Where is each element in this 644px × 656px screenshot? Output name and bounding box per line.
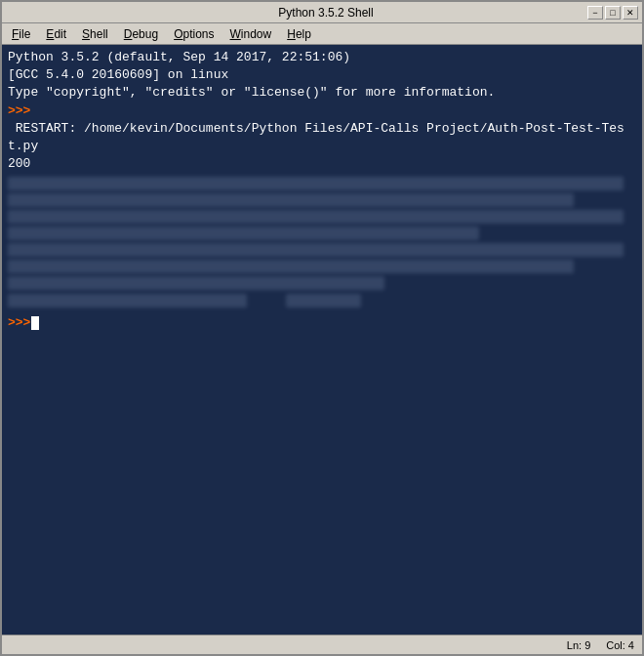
window-controls: − □ ✕ bbox=[587, 6, 638, 20]
prompt-symbol: >>> bbox=[8, 314, 30, 332]
blurred-row bbox=[8, 177, 624, 190]
menu-debug[interactable]: Debug bbox=[118, 25, 164, 43]
shell-line-2: [GCC 5.4.0 20160609] on linux bbox=[8, 66, 636, 84]
blurred-row bbox=[8, 210, 624, 224]
blurred-output bbox=[8, 177, 636, 310]
blurred-row bbox=[286, 294, 361, 308]
status-ln: Ln: 9 bbox=[567, 639, 590, 651]
blurred-row bbox=[8, 226, 479, 240]
menu-options[interactable]: Options bbox=[168, 25, 220, 43]
shell-line-4: >>> bbox=[8, 102, 636, 120]
status-col: Col: 4 bbox=[606, 639, 634, 651]
menu-window[interactable]: Window bbox=[224, 25, 278, 43]
active-prompt-line[interactable]: >>> bbox=[8, 314, 636, 332]
shell-line-5: RESTART: /home/kevin/Documents/Python Fi… bbox=[8, 120, 636, 155]
menu-file[interactable]: File bbox=[6, 25, 36, 43]
shell-line-6: 200 bbox=[8, 155, 636, 173]
title-bar: Python 3.5.2 Shell − □ ✕ bbox=[2, 2, 642, 23]
blurred-row bbox=[8, 193, 574, 207]
menu-shell[interactable]: Shell bbox=[76, 25, 114, 43]
shell-output[interactable]: Python 3.5.2 (default, Sep 14 2017, 22:5… bbox=[2, 45, 642, 635]
python-shell-window: Python 3.5.2 Shell − □ ✕ File Edit Shell… bbox=[0, 0, 644, 656]
status-bar: Ln: 9 Col: 4 bbox=[2, 635, 642, 654]
blurred-row bbox=[8, 243, 624, 257]
window-title: Python 3.5.2 Shell bbox=[64, 6, 587, 20]
blurred-row bbox=[8, 276, 384, 290]
blurred-row bbox=[8, 294, 247, 308]
blurred-row bbox=[8, 260, 574, 273]
maximize-button[interactable]: □ bbox=[605, 6, 621, 20]
cursor-blink bbox=[31, 316, 39, 330]
minimize-button[interactable]: − bbox=[587, 6, 603, 20]
shell-line-3: Type "copyright", "credits" or "license(… bbox=[8, 84, 636, 102]
shell-line-1: Python 3.5.2 (default, Sep 14 2017, 22:5… bbox=[8, 49, 636, 66]
close-button[interactable]: ✕ bbox=[623, 6, 638, 20]
menu-edit[interactable]: Edit bbox=[40, 25, 72, 43]
menu-help[interactable]: Help bbox=[281, 25, 317, 43]
menu-bar: File Edit Shell Debug Options Window Hel… bbox=[2, 23, 642, 45]
